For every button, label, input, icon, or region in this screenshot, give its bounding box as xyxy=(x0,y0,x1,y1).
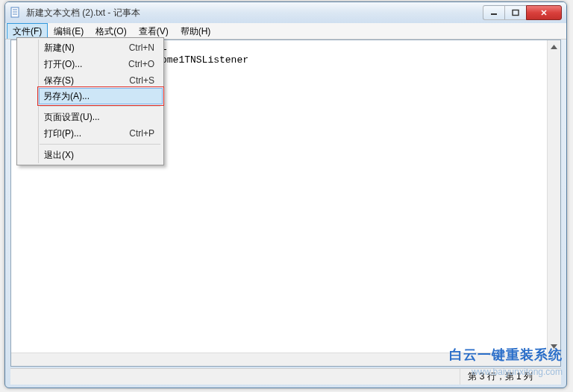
menu-file[interactable]: 文件(F) xyxy=(7,23,48,39)
watermark-url: www.baiyunxitong.com xyxy=(472,367,563,377)
menu-separator xyxy=(40,106,160,107)
menu-item-label: 另存为(A)... xyxy=(43,90,90,103)
window-controls xyxy=(483,5,562,20)
svg-rect-5 xyxy=(513,10,519,16)
menu-item-save-as[interactable]: 另存为(A)... xyxy=(39,88,163,104)
menu-item-shortcut: Ctrl+N xyxy=(129,42,154,53)
menu-format[interactable]: 格式(O) xyxy=(90,23,132,39)
close-button[interactable] xyxy=(526,5,562,20)
menu-help[interactable]: 帮助(H) xyxy=(175,23,217,39)
menu-item-label: 打开(O)... xyxy=(44,58,82,71)
menu-item-open[interactable]: 打开(O)... Ctrl+O xyxy=(40,56,162,72)
menu-view[interactable]: 查看(V) xyxy=(133,23,175,39)
svg-marker-8 xyxy=(551,45,557,49)
menu-item-label: 退出(X) xyxy=(44,149,74,162)
vertical-scrollbar[interactable] xyxy=(547,40,560,353)
menu-item-save[interactable]: 保存(S) Ctrl+S xyxy=(40,72,162,89)
minimize-button[interactable] xyxy=(483,5,505,20)
menu-item-label: 保存(S) xyxy=(44,75,74,87)
menu-item-page-setup[interactable]: 页面设置(U)... xyxy=(40,109,162,125)
menu-item-new[interactable]: 新建(N) Ctrl+N xyxy=(40,39,162,56)
titlebar[interactable]: 新建文本文档 (2).txt - 记事本 xyxy=(5,2,566,23)
watermark-brand: 白云一键重装系统 xyxy=(449,346,563,364)
menu-item-label: 打印(P)... xyxy=(44,127,81,140)
menu-item-label: 页面设置(U)... xyxy=(44,111,100,124)
menu-item-shortcut: Ctrl+S xyxy=(129,75,154,86)
menu-edit[interactable]: 编辑(E) xyxy=(48,23,90,39)
file-menu-dropdown: 新建(N) Ctrl+N 打开(O)... Ctrl+O 保存(S) Ctrl+… xyxy=(16,37,164,165)
menu-separator xyxy=(40,144,160,145)
window-title: 新建文本文档 (2).txt - 记事本 xyxy=(26,7,483,19)
menu-item-label: 新建(N) xyxy=(44,42,75,54)
chevron-up-icon[interactable] xyxy=(548,40,560,53)
maximize-button[interactable] xyxy=(504,5,527,20)
menu-item-shortcut: Ctrl+P xyxy=(129,128,154,139)
menu-item-print[interactable]: 打印(P)... Ctrl+P xyxy=(40,125,162,142)
menu-item-exit[interactable]: 退出(X) xyxy=(40,147,162,163)
menu-item-shortcut: Ctrl+O xyxy=(128,59,154,69)
notepad-icon xyxy=(10,7,22,19)
